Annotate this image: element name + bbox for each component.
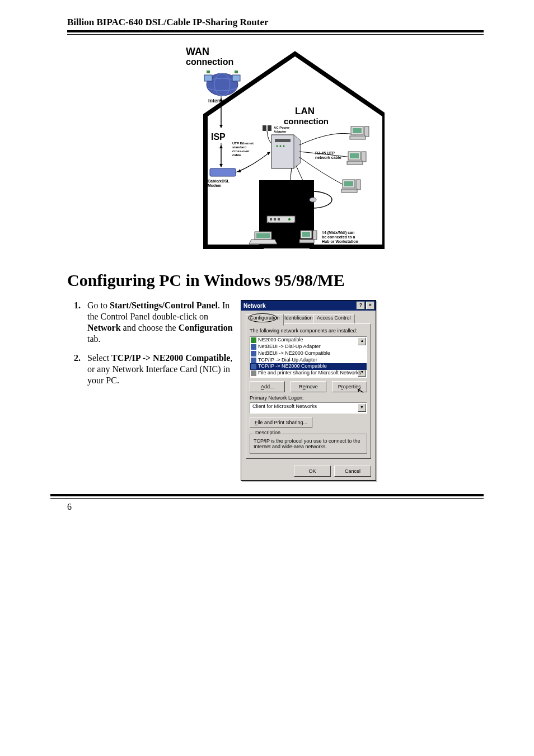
isp-label: ISP xyxy=(211,132,226,142)
svg-point-37 xyxy=(310,198,316,202)
svg-rect-26 xyxy=(353,128,362,133)
list-item[interactable]: File and printer sharing for Microsoft N… xyxy=(250,370,367,377)
svg-rect-30 xyxy=(350,153,359,158)
svg-text:HUB: HUB xyxy=(270,209,282,215)
svg-rect-45 xyxy=(256,233,270,238)
svg-rect-34 xyxy=(344,181,353,186)
list-item[interactable]: NetBEUI -> Dial-Up Adapter xyxy=(250,344,367,350)
tab-configuration[interactable]: Configuration xyxy=(246,314,284,326)
svg-text:cable: cable xyxy=(232,153,241,157)
list-item[interactable]: TCP/IP -> Dial-Up Adapter xyxy=(250,357,367,364)
svg-rect-3 xyxy=(204,75,212,81)
svg-rect-7 xyxy=(210,168,236,176)
svg-text:Adapter: Adapter xyxy=(274,130,287,133)
svg-rect-6 xyxy=(235,71,238,73)
pc-icon xyxy=(299,231,317,243)
wan-sub: connection xyxy=(186,57,233,67)
svg-text:AC Power: AC Power xyxy=(274,126,290,129)
svg-text:be connected to a: be connected to a xyxy=(322,235,355,239)
protocol-icon xyxy=(251,364,256,369)
svg-rect-32 xyxy=(347,161,363,165)
svg-point-21 xyxy=(280,145,282,147)
components-label: The following network components are ins… xyxy=(250,328,367,334)
svg-rect-43 xyxy=(278,218,280,220)
pc-icon xyxy=(350,126,369,139)
svg-point-22 xyxy=(283,145,285,147)
svg-text:Hub or Workstation: Hub or Workstation xyxy=(322,240,358,243)
help-button[interactable]: ? xyxy=(357,302,365,309)
list-item[interactable]: TCP/IP -> NE2000 Compatible xyxy=(250,363,367,370)
svg-text:Modem: Modem xyxy=(208,184,222,187)
svg-rect-19 xyxy=(275,139,291,142)
close-button[interactable]: × xyxy=(366,302,374,309)
svg-rect-47 xyxy=(302,232,310,237)
dialog-title: Network xyxy=(243,303,265,309)
pc-icon xyxy=(347,152,366,165)
svg-rect-15 xyxy=(268,125,271,131)
svg-text:cross-over: cross-over xyxy=(232,149,250,153)
list-item[interactable]: NetBEUI -> NE2000 Compatible xyxy=(250,350,367,357)
svg-point-20 xyxy=(277,145,278,147)
svg-text:network cable: network cable xyxy=(315,156,341,159)
svg-rect-5 xyxy=(207,71,210,73)
svg-point-44 xyxy=(288,218,291,220)
svg-rect-42 xyxy=(274,218,276,220)
footer-rule xyxy=(50,494,484,499)
step-item: Select TCP/IP -> NE2000 Compatible, or a… xyxy=(83,353,235,386)
protocol-icon xyxy=(251,344,256,350)
lan-title: LAN xyxy=(295,106,315,116)
add-button[interactable]: Add... xyxy=(250,381,285,392)
description-text: TCP/IP is the protocol you use to connec… xyxy=(254,439,363,450)
svg-rect-31 xyxy=(362,152,366,162)
internet-label: Internet xyxy=(208,98,227,104)
svg-rect-41 xyxy=(270,218,272,220)
properties-button[interactable]: Properties xyxy=(332,381,367,392)
modem-label: Cable/xDSL xyxy=(208,179,230,183)
components-listbox[interactable]: ▴ ▾ NE2000 CompatibleNetBEUI -> Dial-Up … xyxy=(250,336,367,378)
svg-text:UTP Ethernet: UTP Ethernet xyxy=(232,142,254,145)
protocol-icon xyxy=(251,351,256,356)
svg-rect-27 xyxy=(364,126,369,137)
svg-text:#4 (Midx/Mdi) can: #4 (Midx/Mdi) can xyxy=(322,231,354,235)
svg-rect-36 xyxy=(341,189,357,192)
svg-rect-35 xyxy=(356,180,360,190)
svg-rect-28 xyxy=(350,136,366,139)
protocol-icon xyxy=(251,358,256,363)
doc-header: Billion BIPAC-640 DSL/Cable IP-Sharing R… xyxy=(67,17,484,28)
description-label: Description xyxy=(254,430,282,436)
section-title: Configuring PC in Windows 95/98/ME xyxy=(67,271,484,290)
svg-rect-14 xyxy=(263,125,266,131)
tabs: Configuration Identification Access Cont… xyxy=(246,314,371,324)
svg-rect-49 xyxy=(299,240,314,243)
chevron-down-icon[interactable]: ▼ xyxy=(358,403,366,412)
step-item: Go to Start/Settings/Control Panel. In t… xyxy=(83,300,235,345)
pc-icon xyxy=(341,180,360,192)
logon-label: Primary Network Logon: xyxy=(250,396,367,401)
cancel-button[interactable]: Cancel xyxy=(334,466,371,477)
file-print-sharing-button[interactable]: File and Print Sharing... xyxy=(250,417,312,428)
wan-title: WAN xyxy=(186,46,209,57)
dialog-titlebar[interactable]: Network ? × xyxy=(241,300,376,311)
remove-button[interactable]: Remove xyxy=(291,381,326,392)
network-diagram: WAN connection Internet ISP Cable/xDSL M… xyxy=(149,43,385,255)
header-rule xyxy=(67,30,484,35)
service-icon xyxy=(251,370,256,376)
list-item[interactable]: NE2000 Compatible xyxy=(250,337,367,344)
steps-list: Go to Start/Settings/Control Panel. In t… xyxy=(67,300,235,386)
svg-text:connection: connection xyxy=(284,116,329,126)
nic-icon xyxy=(251,337,256,343)
svg-rect-4 xyxy=(232,75,240,81)
svg-text:standard: standard xyxy=(232,145,247,149)
svg-rect-48 xyxy=(313,231,317,240)
logon-dropdown[interactable]: Client for Microsoft Networks ▼ xyxy=(250,402,367,414)
page-number: 6 xyxy=(67,502,484,512)
ok-button[interactable]: OK xyxy=(294,466,331,477)
network-dialog: Network ? × Configuration Identification… xyxy=(241,300,376,481)
